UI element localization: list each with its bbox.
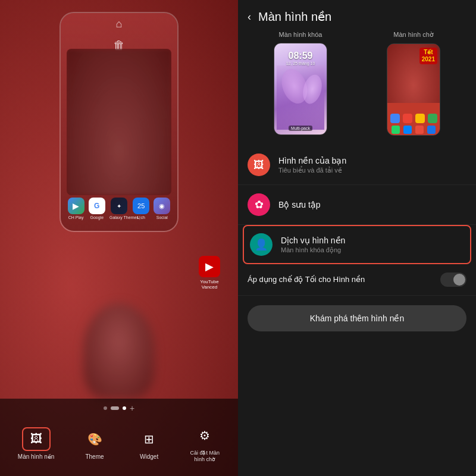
social-icon: ◉ (154, 198, 170, 214)
mini-app-2 (403, 114, 412, 123)
wallpaper-menu-subtitle: Tiêu biểu và đã tải về (278, 167, 466, 174)
left-panel: ⌂ 🗑 ▶ CH Play G Google ✦ Galaxy T (0, 0, 238, 476)
home-icon: ⌂ (116, 18, 123, 30)
phone-top-icons: ⌂ 🗑 (113, 18, 125, 52)
app-icon-calendar[interactable]: 25 Lịch (133, 198, 149, 220)
lock-time: 08:59 (289, 51, 313, 61)
chplay-icon: ▶ (68, 198, 84, 214)
phone-mockup: ⌂ 🗑 ▶ CH Play G Google ✦ Galaxy T (60, 12, 178, 232)
dock-1 (392, 126, 400, 134)
collection-icon: ✿ (255, 198, 264, 211)
tet-line1: Tết (422, 49, 435, 56)
explore-button[interactable]: Khám phá thêm hình nền (248, 305, 466, 331)
settings-icon: ⚙ (199, 428, 210, 443)
theme-label: Theme (85, 453, 104, 460)
multipack-badge: Multi-pack (289, 126, 312, 131)
page-title: Màn hình nền (258, 10, 331, 24)
dock-2 (403, 126, 412, 134)
dark-mode-label: Áp dụng chế độ Tối cho Hình nền (248, 275, 432, 285)
wallpaper-icon: 🖼 (30, 432, 42, 446)
service-menu-text: Dịch vụ hình nền Màn hình khóa động (281, 236, 464, 254)
dot-1 (104, 406, 107, 410)
google-label: Google (90, 215, 104, 220)
settings-label: Cài đặt Màn hình chờ (189, 450, 220, 463)
mini-app-1 (390, 114, 400, 123)
theme-icon: 🎨 (87, 432, 102, 446)
toggle-thumb (453, 274, 465, 286)
app-icon-social[interactable]: ◉ Social (154, 198, 170, 220)
yt-label: YouTubeVanced (200, 279, 218, 290)
tet-year: 2021 (422, 56, 435, 63)
lock-preview-bg: 08:59 12, 25 tháng 10 Multi-pack (274, 43, 327, 134)
calendar-label: Lịch (137, 215, 145, 220)
lock-screen-preview[interactable]: Màn hình khóa 08:59 12, 25 tháng 10 Mult… (248, 31, 353, 136)
dark-mode-toggle-row: Áp dụng chế độ Tối cho Hình nền (238, 264, 476, 296)
phone-screen-area (67, 49, 171, 195)
menu-section: 🖼 Hình nền của bạn Tiêu biểu và đã tải v… (238, 145, 476, 476)
right-panel: ‹ Màn hình nền Màn hình khóa 08:59 12, 2… (238, 0, 476, 476)
widget-icon-wrap: ⊞ (135, 427, 164, 451)
wallpaper-label: Màn hình nền (18, 453, 55, 460)
back-button[interactable]: ‹ (248, 11, 251, 23)
theme-icon-wrap: 🎨 (80, 427, 109, 451)
wallpaper-previews: Màn hình khóa 08:59 12, 25 tháng 10 Mult… (238, 31, 476, 145)
bottom-bar: + 🖼 Màn hình nền 🎨 Theme ⊞ Widget (0, 399, 238, 476)
social-label: Social (156, 215, 168, 220)
menu-item-wallpaper[interactable]: 🖼 Hình nền của bạn Tiêu biểu và đã tải v… (238, 145, 476, 185)
action-settings[interactable]: ⚙ Cài đặt Màn hình chờ (189, 424, 220, 463)
mini-app-3 (415, 114, 425, 123)
home-screen-label: Màn hình chờ (393, 31, 434, 39)
collection-icon-wrap: ✿ (248, 193, 270, 216)
widget-icon: ⊞ (144, 432, 154, 446)
lock-date: 12, 25 tháng 10 (286, 61, 315, 65)
dot-plus: + (130, 403, 134, 413)
lock-screen-phone: 08:59 12, 25 tháng 10 Multi-pack (274, 43, 327, 135)
dot-active (123, 406, 126, 410)
dock-4 (427, 126, 436, 134)
lock-floral-bg (277, 65, 324, 130)
action-theme[interactable]: 🎨 Theme (80, 427, 109, 460)
app-icon-chplay[interactable]: ▶ CH Play (68, 198, 84, 220)
action-widget[interactable]: ⊞ Widget (135, 427, 164, 460)
app-icons-row: ▶ CH Play G Google ✦ Galaxy Themes 25 Lị… (61, 198, 177, 220)
tet-badge: Tết 2021 (419, 48, 437, 64)
child-figure (83, 303, 155, 399)
right-header: ‹ Màn hình nền (238, 0, 476, 31)
mini-app-4 (428, 114, 437, 123)
lock-screen-label: Màn hình khóa (279, 31, 322, 38)
wallpaper-icon-wrap: 🖼 (22, 427, 51, 451)
menu-item-collection[interactable]: ✿ Bộ sưu tập (238, 185, 476, 225)
home-app-icons (389, 114, 439, 123)
wallpaper-menu-title: Hình nền của bạn (278, 156, 466, 165)
home-dock (387, 126, 440, 134)
dock-3 (415, 126, 424, 134)
yt-vanced-icon[interactable]: ▶ YouTubeVanced (199, 256, 220, 290)
action-wallpaper[interactable]: 🖼 Màn hình nền (18, 427, 55, 460)
wallpaper-menu-icon: 🖼 (253, 159, 264, 171)
collection-menu-text: Bộ sưu tập (278, 200, 466, 209)
bottom-actions: 🖼 Màn hình nền 🎨 Theme ⊞ Widget ⚙ (0, 415, 238, 476)
collection-menu-title: Bộ sưu tập (278, 200, 466, 209)
home-screen-phone: Tết 2021 (387, 43, 440, 136)
youtube-icon: ▶ (199, 256, 220, 277)
widget-label: Widget (140, 453, 158, 460)
blurred-child-image (67, 49, 171, 195)
dark-mode-switch[interactable] (440, 273, 466, 287)
galaxy-icon: ✦ (111, 198, 127, 214)
home-screen-preview[interactable]: Màn hình chờ Tết 2021 (361, 31, 466, 136)
dots-bar: + (0, 399, 238, 415)
wallpaper-menu-text: Hình nền của bạn Tiêu biểu và đã tải về (278, 156, 466, 174)
service-icon: 👤 (255, 238, 268, 251)
service-menu-title: Dịch vụ hình nền (281, 236, 464, 245)
calendar-icon: 25 (133, 198, 149, 214)
settings-icon-wrap: ⚙ (190, 424, 219, 447)
galaxy-label: Galaxy Themes (109, 215, 129, 220)
home-preview-bg: Tết 2021 (387, 44, 440, 135)
google-icon: G (89, 198, 105, 214)
menu-item-service[interactable]: 👤 Dịch vụ hình nền Màn hình khóa động (243, 225, 471, 264)
wallpaper-menu-icon-wrap: 🖼 (248, 154, 270, 176)
app-icon-google[interactable]: G Google (89, 198, 105, 220)
dot-home (111, 406, 119, 410)
app-icon-galaxy[interactable]: ✦ Galaxy Themes (109, 198, 129, 220)
service-menu-subtitle: Màn hình khóa động (281, 246, 464, 254)
